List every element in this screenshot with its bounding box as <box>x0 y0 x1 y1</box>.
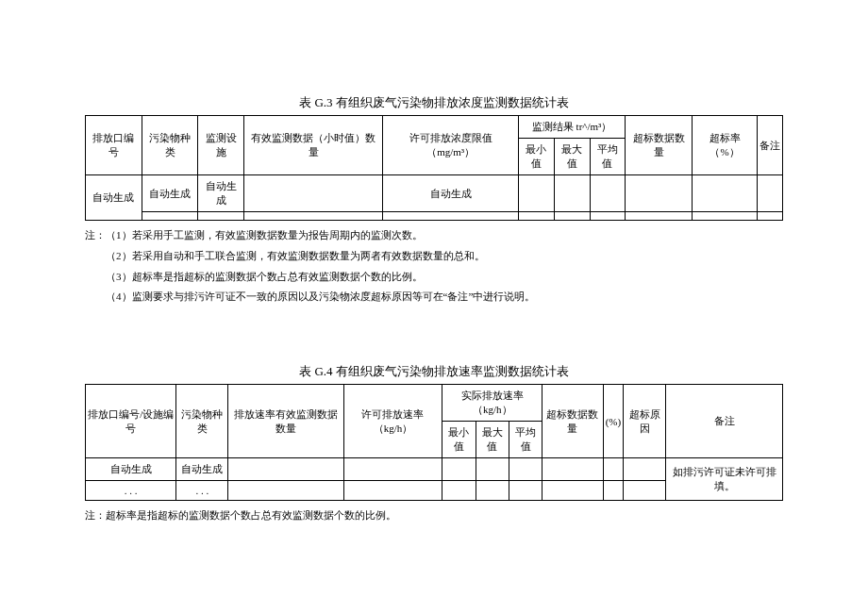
cell <box>554 212 590 221</box>
cell <box>442 481 476 501</box>
col-monitor-facility: 监测设施 <box>198 116 244 175</box>
cell <box>603 481 624 501</box>
table-row: 自动生成 自动生成 如排污许可证未许可排填。 <box>86 458 783 481</box>
cell <box>228 458 343 481</box>
col-remark: 备注 <box>666 385 783 458</box>
cell <box>590 212 626 221</box>
note-text: （4）监测要求与排污许可证不一致的原因以及污染物浓度超标原因等可在“备注”中进行… <box>85 288 783 307</box>
col-remark: 备注 <box>758 116 783 175</box>
note-text: （3）超标率是指超标的监测数据个数占总有效监测数据个数的比例。 <box>85 268 783 287</box>
col-outlet-no: 排放口编号 <box>86 116 142 175</box>
col-outlet-facility-no: 排放口编号/设施编号 <box>86 385 176 458</box>
col-monitor-result: 监测结果 tr^/m³） <box>518 116 626 139</box>
cell <box>603 458 624 481</box>
cell <box>244 175 383 212</box>
cell <box>509 458 542 481</box>
col-exceed-rate: 超标率（%） <box>693 116 758 175</box>
cell <box>624 458 666 481</box>
table-g3-title: 表 G.3 有组织废气污染物排放浓度监测数据统计表 <box>85 94 783 111</box>
cell <box>476 458 509 481</box>
col-permit-rate: 许可排放速率（kg/h） <box>343 385 442 458</box>
table-header-row: 排放口编号/设施编号 污染物种类 排放速率有效监测数据数量 许可排放速率（kg/… <box>86 385 783 422</box>
table-row <box>86 212 783 221</box>
cell: 自动生成 <box>383 175 518 212</box>
cell: 自动生成 <box>86 175 142 221</box>
col-valid-data-count: 有效监测数据（小时值）数量 <box>244 116 383 175</box>
cell: 自动生成 <box>142 175 198 212</box>
col-exceed-reason: 超标原因 <box>624 385 666 458</box>
cell <box>626 175 693 212</box>
cell: . . . <box>176 481 228 501</box>
cell <box>442 458 476 481</box>
cell <box>343 481 442 501</box>
col-avg: 平均值 <box>590 139 626 175</box>
cell <box>518 175 554 212</box>
col-exceed-count: 超标数据数量 <box>542 385 603 458</box>
cell <box>383 212 518 221</box>
cell: . . . <box>86 481 176 501</box>
col-max: 最大值 <box>554 139 590 175</box>
cell <box>626 212 693 221</box>
table-header-row: 排放口编号 污染物种类 监测设施 有效监测数据（小时值）数量 许可排放浓度限值（… <box>86 116 783 139</box>
note-text: 注：超标率是指超标的监测数据个数占总有效监测数据个数的比例。 <box>85 506 783 525</box>
col-min: 最小值 <box>518 139 554 175</box>
col-exceed-count: 超标数据数量 <box>626 116 693 175</box>
cell: 自动生成 <box>176 458 228 481</box>
col-rate-valid-count: 排放速率有效监测数据数量 <box>228 385 343 458</box>
cell <box>758 212 783 221</box>
cell <box>518 212 554 221</box>
cell <box>244 212 383 221</box>
col-min: 最小值 <box>442 422 476 458</box>
cell <box>758 175 783 212</box>
table-g4-notes: 注：超标率是指超标的监测数据个数占总有效监测数据个数的比例。 <box>85 506 783 525</box>
cell <box>142 212 198 221</box>
cell: 自动生成 <box>86 458 176 481</box>
table-g4-title: 表 G.4 有组织废气污染物排放速率监测数据统计表 <box>85 363 783 380</box>
cell <box>198 212 244 221</box>
cell <box>509 481 542 501</box>
col-permit-limit: 许可排放浓度限值（mg/m³） <box>383 116 518 175</box>
cell <box>693 175 758 212</box>
col-pollutant-type: 污染物种类 <box>142 116 198 175</box>
cell: 如排污许可证未许可排填。 <box>666 458 783 501</box>
cell <box>228 481 343 501</box>
table-g3-notes: 注：（1）若采用手工监测，有效监测数据数量为报告周期内的监测次数。 （2）若采用… <box>85 226 783 307</box>
col-actual-rate: 实际排放速率（kg/h） <box>442 385 542 422</box>
col-avg: 平均值 <box>509 422 542 458</box>
note-text: （2）若采用自动和手工联合监测，有效监测数据数量为两者有效数据数量的总和。 <box>85 247 783 266</box>
col-percent: (%) <box>603 385 624 458</box>
col-max: 最大值 <box>476 422 509 458</box>
table-g3: 排放口编号 污染物种类 监测设施 有效监测数据（小时值）数量 许可排放浓度限值（… <box>85 115 783 221</box>
cell <box>542 481 603 501</box>
cell <box>590 175 626 212</box>
cell <box>542 458 603 481</box>
cell <box>693 212 758 221</box>
table-g4: 排放口编号/设施编号 污染物种类 排放速率有效监测数据数量 许可排放速率（kg/… <box>85 384 783 501</box>
cell <box>554 175 590 212</box>
cell <box>624 481 666 501</box>
cell <box>476 481 509 501</box>
cell: 自动生成 <box>198 175 244 212</box>
col-pollutant-type: 污染物种类 <box>176 385 228 458</box>
note-text: 注：（1）若采用手工监测，有效监测数据数量为报告周期内的监测次数。 <box>85 226 783 245</box>
cell <box>343 458 442 481</box>
table-row: 自动生成 自动生成 自动生成 自动生成 <box>86 175 783 212</box>
